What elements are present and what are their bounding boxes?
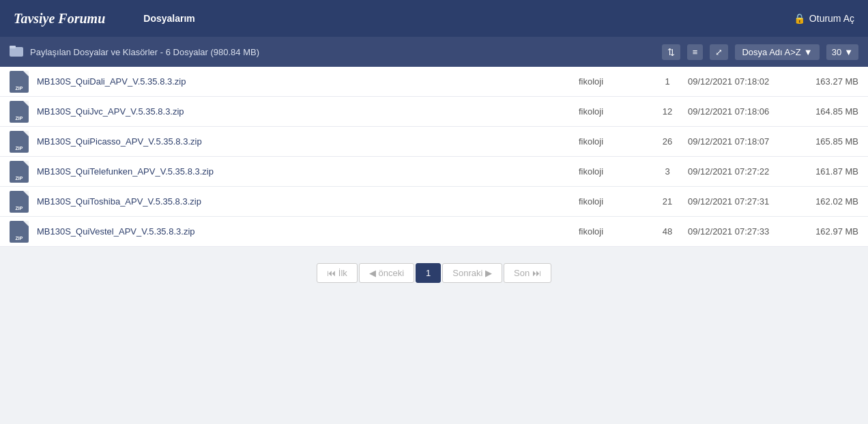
file-type-label: ZIP	[16, 236, 23, 241]
main-nav: Dosyalarım	[132, 13, 794, 24]
breadcrumb: Paylaşılan Dosyalar ve Klasörler - 6 Dos…	[30, 47, 655, 57]
toolbar: Paylaşılan Dosyalar ve Klasörler - 6 Dos…	[0, 37, 868, 67]
count-label: 30	[832, 47, 841, 57]
next-page-label: Sonraki ▶	[452, 268, 492, 278]
table-row[interactable]: ZIP MB130S_QuiVestel_APV_V.5.35.8.3.zip …	[0, 217, 868, 247]
file-uploader: fikoloji	[579, 226, 647, 237]
file-name: MB130S_QuiPicasso_APV_V.5.35.8.3.zip	[37, 136, 579, 147]
nav-dosyalarim[interactable]: Dosyalarım	[132, 13, 205, 24]
last-page-button[interactable]: Son ⏭	[504, 263, 551, 283]
file-name: MB130S_QuiJvc_APV_V.5.35.8.3.zip	[37, 106, 579, 117]
sort-label: Dosya Adı A>Z	[742, 47, 800, 57]
first-page-button[interactable]: ⏮ İlk	[317, 263, 358, 283]
table-row[interactable]: ZIP MB130S_QuiDali_APV_V.5.35.8.3.zip fi…	[0, 67, 868, 97]
file-date: 09/12/2021 07:18:07	[688, 136, 797, 147]
file-name: MB130S_QuiVestel_APV_V.5.35.8.3.zip	[37, 226, 579, 237]
file-downloads: 1	[647, 76, 688, 87]
first-page-label: ⏮ İlk	[327, 268, 347, 278]
last-page-label: Son ⏭	[514, 268, 541, 278]
sort-arrows-button[interactable]: ⇅	[662, 44, 680, 60]
login-button[interactable]: 🔒 Oturum Aç	[794, 13, 854, 24]
prev-page-label: ◀ önceki	[369, 268, 404, 278]
file-icon: ZIP	[10, 71, 29, 93]
table-row[interactable]: ZIP MB130S_QuiTelefunken_APV_V.5.35.8.3.…	[0, 157, 868, 187]
svg-rect-1	[10, 46, 16, 48]
lock-icon: 🔒	[794, 13, 805, 24]
file-date: 09/12/2021 07:27:33	[688, 226, 797, 237]
prev-page-button[interactable]: ◀ önceki	[359, 263, 414, 283]
file-date: 09/12/2021 07:18:02	[688, 76, 797, 87]
file-downloads: 48	[647, 226, 688, 237]
next-page-button[interactable]: Sonraki ▶	[442, 263, 502, 283]
file-icon: ZIP	[10, 161, 29, 183]
file-size: 162.02 MB	[797, 196, 858, 207]
view-list-button[interactable]: ≡	[687, 44, 704, 60]
file-type-label: ZIP	[16, 86, 23, 91]
count-dropdown-button[interactable]: 30 ▼	[826, 44, 858, 60]
file-downloads: 12	[647, 106, 688, 117]
file-type-label: ZIP	[16, 206, 23, 211]
file-icon: ZIP	[10, 221, 29, 243]
view-expand-button[interactable]: ⤢	[710, 44, 728, 60]
file-name: MB130S_QuiTelefunken_APV_V.5.35.8.3.zip	[37, 166, 579, 177]
file-uploader: fikoloji	[579, 136, 647, 147]
pagination: ⏮ İlk ◀ önceki 1 Sonraki ▶ Son ⏭	[0, 247, 868, 303]
file-type-label: ZIP	[16, 146, 23, 151]
table-row[interactable]: ZIP MB130S_QuiToshiba_APV_V.5.35.8.3.zip…	[0, 187, 868, 217]
file-size: 163.27 MB	[797, 76, 858, 87]
list-icon: ≡	[693, 47, 698, 57]
file-size: 161.87 MB	[797, 166, 858, 177]
file-uploader: fikoloji	[579, 76, 647, 87]
table-row[interactable]: ZIP MB130S_QuiPicasso_APV_V.5.35.8.3.zip…	[0, 127, 868, 157]
file-size: 162.97 MB	[797, 226, 858, 237]
toolbar-actions: ⇅ ≡ ⤢ Dosya Adı A>Z ▼ 30 ▼	[662, 44, 858, 60]
file-date: 09/12/2021 07:27:31	[688, 196, 797, 207]
file-type-label: ZIP	[16, 116, 23, 121]
file-downloads: 21	[647, 196, 688, 207]
file-icon: ZIP	[10, 191, 29, 213]
file-size: 164.85 MB	[797, 106, 858, 117]
chevron-down-icon: ▼	[844, 47, 853, 57]
table-row[interactable]: ZIP MB130S_QuiJvc_APV_V.5.35.8.3.zip fik…	[0, 97, 868, 127]
file-date: 09/12/2021 07:18:06	[688, 106, 797, 117]
file-icon: ZIP	[10, 131, 29, 153]
file-list: ZIP MB130S_QuiDali_APV_V.5.35.8.3.zip fi…	[0, 67, 868, 247]
file-uploader: fikoloji	[579, 196, 647, 207]
file-uploader: fikoloji	[579, 166, 647, 177]
sort-dropdown-button[interactable]: Dosya Adı A>Z ▼	[735, 44, 819, 60]
file-downloads: 26	[647, 136, 688, 147]
chevron-down-icon: ▼	[804, 47, 813, 57]
file-downloads: 3	[647, 166, 688, 177]
file-name: MB130S_QuiToshiba_APV_V.5.35.8.3.zip	[37, 196, 579, 207]
current-page-button[interactable]: 1	[416, 263, 441, 283]
folder-icon[interactable]	[10, 44, 23, 60]
file-icon: ZIP	[10, 101, 29, 123]
login-label: Oturum Aç	[809, 13, 854, 24]
logo[interactable]: Tavsiye Forumu	[14, 11, 105, 27]
file-uploader: fikoloji	[579, 106, 647, 117]
arrows-icon: ⇅	[667, 47, 675, 57]
svg-rect-0	[10, 47, 23, 57]
file-name: MB130S_QuiDali_APV_V.5.35.8.3.zip	[37, 76, 579, 87]
header: Tavsiye Forumu Dosyalarım 🔒 Oturum Aç	[0, 0, 868, 37]
file-type-label: ZIP	[16, 176, 23, 181]
current-page-label: 1	[426, 268, 431, 278]
file-date: 09/12/2021 07:27:22	[688, 166, 797, 177]
file-size: 165.85 MB	[797, 136, 858, 147]
expand-icon: ⤢	[715, 47, 723, 57]
